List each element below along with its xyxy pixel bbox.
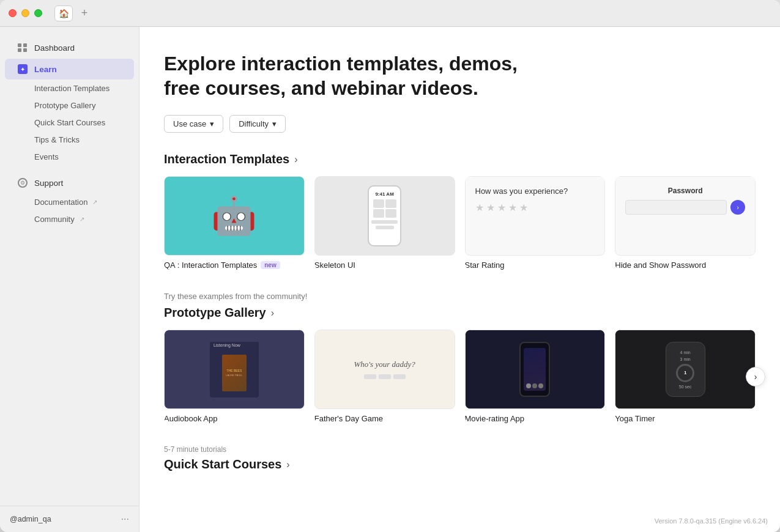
movie-phone [519, 342, 550, 397]
external-link-icon: ↗ [80, 216, 84, 223]
card-thumb-audiobook: Listening Now THE BEES LALINE PAULL [164, 330, 305, 409]
version-info: Version 7.8.0-qa.315 (Engine v6.6.24) [655, 517, 768, 525]
main-content: Explore interaction templates, demos, fr… [139, 27, 780, 532]
sidebar-subitem-quick-start-courses[interactable]: Quick Start Courses [5, 114, 134, 131]
new-tab-button[interactable]: + [76, 6, 92, 21]
prototype-gallery-header: Prototype Gallery › [164, 306, 756, 320]
card-movie-rating[interactable]: Movie-rating App [465, 330, 606, 423]
home-tab[interactable]: 🏠 [54, 6, 73, 21]
fathers-day-text: Who's your daddy? [354, 360, 415, 379]
sidebar-item-learn[interactable]: ✦ Learn [5, 59, 134, 79]
sidebar-subitem-events[interactable]: Events [5, 149, 134, 165]
sidebar-item-dashboard[interactable]: Dashboard [5, 37, 134, 58]
card-yoga-timer[interactable]: 4 min 3 min 1 50 sec Yoga Timer [615, 330, 756, 423]
quick-start-meta: 5-7 minute tutorials [164, 445, 756, 454]
skeleton-block [373, 209, 384, 218]
quick-start-header: Quick Start Courses › [164, 457, 756, 471]
block [364, 374, 376, 379]
block [379, 374, 391, 379]
prototype-gallery-arrow[interactable]: › [271, 308, 274, 319]
sidebar-subitem-label: Prototype Gallery [34, 101, 95, 110]
star-icon: ★ [486, 202, 495, 213]
card-thumb-qa: 🤖 [164, 176, 305, 256]
avatar [538, 383, 543, 388]
sidebar-subitem-label: Events [34, 152, 59, 161]
interaction-templates-arrow[interactable]: › [294, 154, 297, 165]
sidebar-bottom: @admin_qa ··· [0, 506, 139, 532]
card-label-qa: QA : Interaction Templates new [164, 260, 305, 270]
book-title: THE BEES [227, 369, 242, 372]
sidebar-subitem-prototype-gallery[interactable]: Prototype Gallery [5, 97, 134, 114]
card-label-text: Audiobook App [164, 414, 217, 423]
quick-start-title: Quick Start Courses [164, 457, 281, 471]
card-skeleton-ui[interactable]: 9:41 AM Skeleton UI [314, 176, 455, 270]
app-body: Dashboard ✦ Learn Interaction Templates … [0, 27, 780, 532]
sidebar-top: Dashboard ✦ Learn Interaction Templates … [0, 27, 139, 506]
star-icon: ★ [519, 202, 528, 213]
filter-bar: Use case ▾ Difficulty ▾ [164, 115, 756, 133]
card-label-text: Skeleton UI [314, 260, 355, 270]
timer-label: 50 sec [679, 385, 692, 389]
sidebar-item-label-dashboard: Dashboard [34, 43, 75, 53]
sidebar-subitem-label: Tips & Tricks [34, 135, 80, 144]
card-label-audiobook: Audiobook App [164, 414, 305, 423]
skeleton-block [373, 199, 384, 208]
external-link-icon: ↗ [92, 199, 97, 205]
support-icon: ⚙ [17, 177, 28, 188]
card-label-text: Father's Day Game [314, 414, 383, 423]
daddy-blocks [354, 374, 415, 379]
phone-mockup: 9:41 AM [368, 185, 401, 246]
maximize-button[interactable] [34, 9, 42, 17]
card-thumb-password: Password › [615, 176, 756, 256]
chevron-down-icon: ▾ [210, 119, 214, 128]
use-case-filter[interactable]: Use case ▾ [164, 115, 223, 133]
avatar [532, 383, 537, 388]
sidebar-subitem-interaction-templates[interactable]: Interaction Templates [5, 80, 134, 97]
card-fathers-day[interactable]: Who's your daddy? Father's Day Game [314, 330, 455, 423]
page-title: Explore interaction templates, demos, fr… [164, 51, 531, 100]
difficulty-filter-label: Difficulty [239, 119, 269, 128]
book-author: LALINE PAULL [226, 374, 242, 377]
audiobook-cover: THE BEES LALINE PAULL [210, 349, 259, 397]
card-label-text: Movie-rating App [465, 414, 525, 423]
card-label-text: Star Rating [465, 260, 505, 270]
card-thumb-skeleton: 9:41 AM [314, 176, 455, 256]
prototype-gallery-title: Prototype Gallery [164, 306, 266, 320]
quick-start-arrow[interactable]: › [286, 459, 289, 470]
listening-now-bar: Listening Now [210, 342, 259, 349]
star-icon: ★ [497, 202, 506, 213]
timer-label: 3 min [680, 357, 691, 361]
timer-circle: 1 [676, 364, 694, 382]
yoga-mockup: 4 min 3 min 1 50 sec [615, 330, 755, 408]
card-star-rating[interactable]: How was you experience? ★ ★ ★ ★ ★ Star R… [465, 176, 606, 270]
card-qa-templates[interactable]: 🤖 QA : Interaction Templates new [164, 176, 305, 270]
qa-monster-icon: 🤖 [211, 198, 257, 234]
chevron-down-icon: ▾ [272, 119, 277, 128]
card-thumb-fathers-day: Who's your daddy? [314, 330, 455, 409]
password-title: Password [668, 187, 703, 195]
sidebar-item-label-learn: Learn [34, 65, 57, 74]
sidebar-item-support[interactable]: ⚙ Support [5, 172, 134, 193]
difficulty-filter[interactable]: Difficulty ▾ [229, 115, 286, 133]
sidebar-subitem-tips-tricks[interactable]: Tips & Tricks [5, 131, 134, 148]
timer-label: 4 min [680, 350, 691, 355]
interaction-templates-header: Interaction Templates › [164, 152, 756, 166]
skeleton-bar [371, 220, 398, 224]
card-label-fathers-day: Father's Day Game [314, 414, 455, 423]
gallery-next-button[interactable]: › [746, 367, 765, 386]
card-label-text: Hide and Show Password [615, 260, 706, 270]
yoga-phone: 4 min 3 min 1 50 sec [666, 342, 705, 397]
sidebar-more-button[interactable]: ··· [121, 514, 129, 525]
close-button[interactable] [9, 9, 17, 17]
card-label-text: QA : Interaction Templates [164, 260, 257, 270]
card-password[interactable]: Password › Hide and Show Password [615, 176, 756, 270]
sidebar-subitem-community[interactable]: Community ↗ [5, 211, 134, 227]
card-audiobook[interactable]: Listening Now THE BEES LALINE PAULL Audi… [164, 330, 305, 423]
password-input-mock [625, 200, 727, 215]
minimize-button[interactable] [21, 9, 29, 17]
skeleton-bar [376, 226, 394, 229]
card-label-yoga: Yoga Timer [615, 414, 756, 423]
sidebar-subitem-documentation[interactable]: Documentation ↗ [5, 194, 134, 210]
sidebar-subitem-label: Documentation [34, 198, 87, 207]
star-icon: ★ [475, 202, 484, 213]
